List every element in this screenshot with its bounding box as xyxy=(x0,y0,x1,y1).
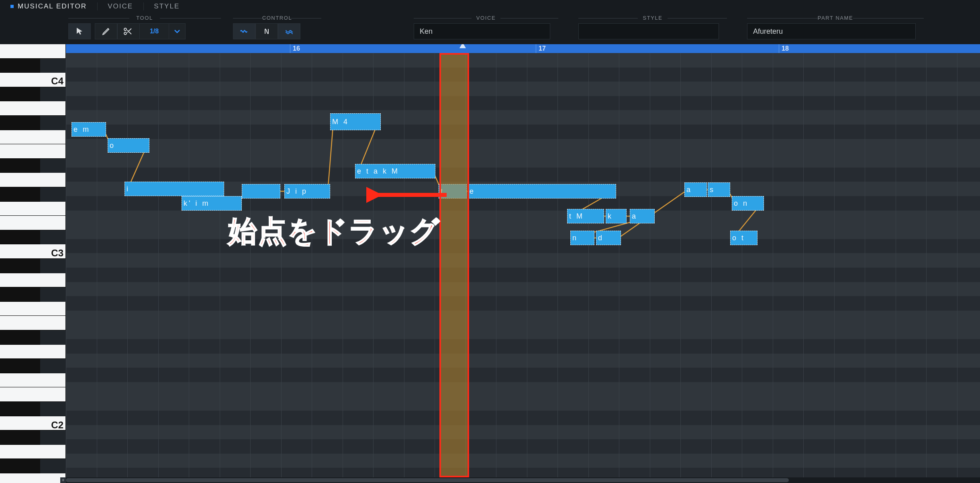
panel-control-label: CONTROL xyxy=(233,15,321,21)
tab-strip: MUSICAL EDITOR VOICE STYLE xyxy=(0,0,980,13)
piano-key[interactable] xyxy=(0,316,66,330)
note[interactable]: a xyxy=(684,182,707,197)
piano-key[interactable] xyxy=(0,459,40,473)
piano-key[interactable] xyxy=(0,430,40,445)
piano-key[interactable] xyxy=(0,187,40,202)
note[interactable]: o xyxy=(108,138,149,153)
note[interactable]: o n xyxy=(732,196,764,211)
pencil-tool-button[interactable] xyxy=(95,23,117,39)
snap-menu-button[interactable] xyxy=(169,23,186,39)
note[interactable]: e xyxy=(468,184,616,199)
timeline-ruler[interactable]: 161718 xyxy=(66,44,980,53)
note[interactable]: e t a k M xyxy=(355,164,435,178)
piano-key[interactable] xyxy=(0,302,66,316)
voice-select[interactable]: Ken xyxy=(414,23,550,39)
panel-partname-label: PART NAME xyxy=(747,15,924,21)
piano-key[interactable] xyxy=(0,159,40,173)
piano-key[interactable] xyxy=(0,101,66,116)
piano-keyboard[interactable]: C4C3C2 xyxy=(0,44,66,477)
piano-key[interactable] xyxy=(0,116,40,130)
pitch-curve-button[interactable] xyxy=(233,23,255,39)
bar-marker[interactable]: 16 xyxy=(290,44,300,53)
note[interactable]: d xyxy=(596,231,621,245)
style-select[interactable] xyxy=(578,23,719,39)
panel-voice-label: VOICE xyxy=(414,15,558,21)
add-track-button[interactable]: + xyxy=(60,477,66,483)
key-label: C2 xyxy=(51,420,63,431)
note[interactable]: k' i m xyxy=(182,196,242,211)
panel-style: STYLE xyxy=(578,15,727,39)
piano-key[interactable] xyxy=(0,173,66,187)
piano-key[interactable] xyxy=(0,87,40,102)
piano-key[interactable] xyxy=(0,202,66,216)
arrow-tool-button[interactable] xyxy=(68,23,91,39)
note[interactable]: J i p xyxy=(284,184,330,199)
key-label: C3 xyxy=(51,248,63,259)
pitch-curve xyxy=(66,53,980,477)
note[interactable]: s xyxy=(708,182,730,197)
panel-style-label: STYLE xyxy=(578,15,727,21)
piano-key[interactable] xyxy=(0,44,66,59)
horizontal-scrollbar[interactable] xyxy=(66,477,980,483)
piano-key[interactable] xyxy=(0,230,40,245)
tab-style[interactable]: STYLE xyxy=(143,0,190,13)
note[interactable]: i xyxy=(125,182,224,196)
selection-highlight xyxy=(439,53,469,477)
piano-roll[interactable]: 161718 e moik' i mJ i pM 4e t a k Mtet M… xyxy=(66,44,980,477)
piano-key[interactable] xyxy=(0,330,40,345)
bar-marker[interactable]: 17 xyxy=(536,44,546,53)
editor-area: C4C3C2 161718 e moik' i mJ i pM 4e t a k… xyxy=(0,44,980,477)
scrollbar-thumb[interactable] xyxy=(66,478,789,482)
vibrato-button[interactable] xyxy=(278,23,300,39)
arrow-annotation xyxy=(366,184,451,206)
snap-value[interactable]: 1/8 xyxy=(140,23,169,39)
note[interactable]: e m xyxy=(71,122,106,137)
note[interactable]: t M xyxy=(567,209,604,223)
piano-key[interactable] xyxy=(0,273,66,288)
annotation-text: 始点をドラッグ xyxy=(228,212,440,251)
panel-tool-label: TOOL xyxy=(68,15,221,21)
partname-field[interactable]: Afureteru xyxy=(747,23,916,39)
piano-key[interactable] xyxy=(0,387,66,402)
piano-key[interactable] xyxy=(0,359,40,373)
note[interactable]: a xyxy=(630,209,655,223)
piano-key[interactable] xyxy=(0,402,40,416)
note[interactable]: n xyxy=(570,231,594,245)
panel-control: CONTROL xyxy=(233,15,321,39)
piano-key[interactable] xyxy=(0,445,66,459)
piano-key[interactable] xyxy=(0,259,40,273)
piano-key[interactable] xyxy=(0,373,66,388)
note[interactable] xyxy=(242,184,280,199)
timing-button[interactable] xyxy=(255,23,278,39)
bar-marker[interactable]: 18 xyxy=(779,44,789,53)
piano-key[interactable] xyxy=(0,130,66,145)
piano-key[interactable] xyxy=(0,144,66,159)
key-label: C4 xyxy=(51,76,63,87)
scissors-tool-button[interactable] xyxy=(117,23,140,39)
tab-musical-editor[interactable]: MUSICAL EDITOR xyxy=(0,0,97,13)
panel-tool: TOOL 1/8 xyxy=(68,15,221,39)
note-grid[interactable]: e moik' i mJ i pM 4e t a k Mtet Mkandaso… xyxy=(66,53,980,477)
toolbar-panels: TOOL 1/8 CONTROL xyxy=(0,13,980,44)
note[interactable]: k xyxy=(606,209,627,223)
piano-key[interactable] xyxy=(0,216,66,230)
panel-partname: PART NAME Afureteru xyxy=(747,15,924,39)
tab-voice[interactable]: VOICE xyxy=(97,0,143,13)
note[interactable]: o t xyxy=(730,231,757,245)
note[interactable]: M 4 xyxy=(330,113,381,130)
piano-key[interactable] xyxy=(0,473,66,483)
piano-key[interactable] xyxy=(0,59,40,73)
playhead-marker[interactable] xyxy=(459,44,466,48)
panel-voice: VOICE Ken xyxy=(414,15,558,39)
piano-key[interactable] xyxy=(0,287,40,302)
piano-key[interactable] xyxy=(0,345,66,359)
